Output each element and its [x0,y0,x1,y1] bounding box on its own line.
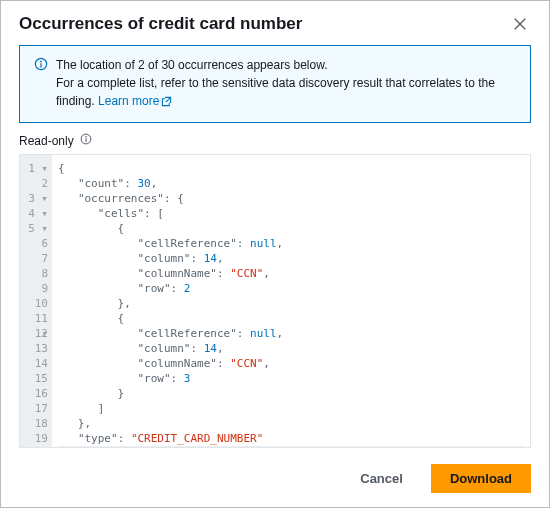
code-line: "column": 14, [58,251,524,266]
code-line: ] [58,401,524,416]
code-line: } [58,386,524,401]
code-line: { [58,221,524,236]
dialog-title: Occurrences of credit card number [19,14,302,34]
code-line: "columnName": "CCN", [58,356,524,371]
gutter-line: 13 [24,341,48,356]
close-icon [513,17,527,31]
gutter-line: 9 [24,281,48,296]
code-line: { [58,311,524,326]
code-line: "cellReference": null, [58,326,524,341]
gutter-line: 11 ▾ [24,311,48,326]
gutter-line: 19 [24,431,48,446]
readonly-label: Read-only [19,134,74,148]
gutter-line: 14 [24,356,48,371]
gutter-line: 7 [24,251,48,266]
gutter-line: 5 ▾ [24,221,48,236]
info-banner: The location of 2 of 30 occurrences appe… [19,45,531,123]
info-icon [80,133,92,148]
gutter-line: 6 [24,236,48,251]
code-line: "cellReference": null, [58,236,524,251]
code-line: "row": 3 [58,371,524,386]
svg-point-1 [40,61,42,63]
gutter-line: 3 ▾ [24,191,48,206]
code-line: "type": "CREDIT_CARD_NUMBER" [58,431,524,446]
gutter-line: 2 [24,176,48,191]
gutter-line: 4 ▾ [24,206,48,221]
code-viewer: 1 ▾23 ▾4 ▾5 ▾67891011 ▾12131415161718192… [19,154,531,448]
code-line: "cells": [ [58,206,524,221]
svg-rect-5 [85,138,86,142]
external-link-icon [161,94,172,112]
code-line: "occurrences": { [58,191,524,206]
code-line: }, [58,416,524,431]
code-line: "row": 2 [58,281,524,296]
gutter-line: 20 [24,446,48,448]
gutter-line: 10 [24,296,48,311]
code-gutter: 1 ▾23 ▾4 ▾5 ▾67891011 ▾12131415161718192… [20,155,52,447]
close-button[interactable] [509,13,531,35]
svg-point-4 [85,136,87,138]
gutter-line: 17 [24,401,48,416]
info-line1: The location of 2 of 30 occurrences appe… [56,58,328,72]
code-line: "column": 14, [58,341,524,356]
cancel-button[interactable]: Cancel [342,464,421,493]
gutter-line: 16 [24,386,48,401]
learn-more-link[interactable]: Learn more [98,94,172,108]
gutter-line: 12 [24,326,48,341]
gutter-line: 18 [24,416,48,431]
gutter-line: 8 [24,266,48,281]
code-line: } [58,446,524,448]
code-line: { [58,161,524,176]
code-line: }, [58,296,524,311]
info-icon [34,57,48,112]
code-line: "count": 30, [58,176,524,191]
code-content[interactable]: { "count": 30, "occurrences": { "cells":… [52,155,530,447]
code-line: "columnName": "CCN", [58,266,524,281]
gutter-line: 1 ▾ [24,161,48,176]
svg-rect-2 [40,63,41,67]
gutter-line: 15 [24,371,48,386]
download-button[interactable]: Download [431,464,531,493]
